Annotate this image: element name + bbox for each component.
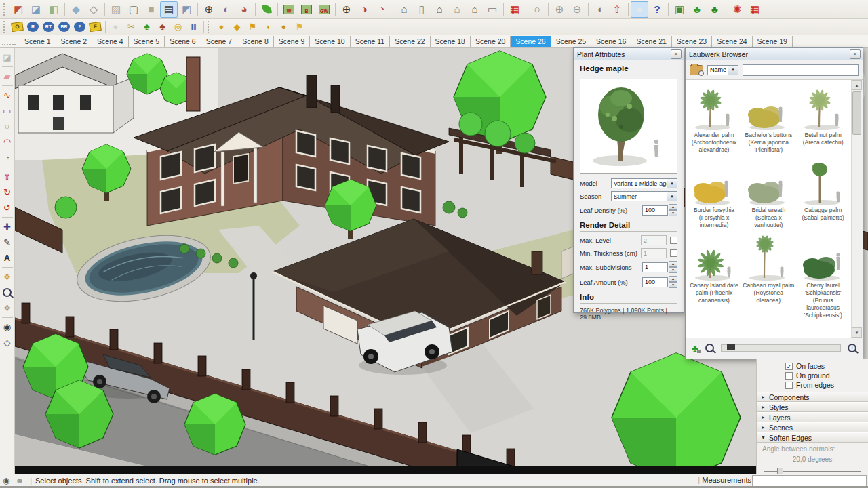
scrollbar-thumb[interactable]	[852, 92, 861, 135]
tray-checkbox-from-edges[interactable]: From edges	[757, 380, 868, 390]
laubwerk-leaf-icon[interactable]	[258, 1, 275, 18]
target-gold-icon[interactable]: ◎	[170, 20, 186, 35]
tray-section-scenes[interactable]: ►Scenes	[757, 422, 868, 432]
house-front-icon[interactable]: ⌂	[431, 1, 448, 18]
plant-item[interactable]: Bachelor's buttons (Kerria japonica 'Ple…	[742, 83, 795, 154]
tree-list-icon[interactable]: ♣	[688, 1, 706, 18]
min-thickness-field[interactable]: 1	[641, 248, 667, 258]
scene-tab-scene-10[interactable]: Scene 10	[310, 36, 350, 47]
house-flat-icon[interactable]: ▭	[484, 1, 501, 18]
slider-thumb[interactable]	[727, 344, 735, 350]
plant-item[interactable]: Cabagge palm (Sabal palmetto)	[797, 158, 850, 229]
scene-tab-scene-25[interactable]: Scene 25	[551, 36, 591, 47]
sand-ball2-icon[interactable]: ●	[276, 20, 292, 35]
sand-ball-icon[interactable]: ●	[214, 20, 229, 35]
freehand-icon[interactable]: ∿	[0, 87, 15, 103]
scene-tab-scene-6[interactable]: Scene 6	[165, 36, 201, 47]
plant-item[interactable]: Betel nut palm (Areca catechu)	[797, 83, 850, 154]
add-plant-icon[interactable]: ♣	[692, 343, 698, 353]
circle-icon[interactable]: ○	[0, 119, 15, 134]
shadow-time-icon[interactable]: ◔	[373, 1, 391, 18]
scene-tab-scene-19[interactable]: Scene 19	[753, 36, 793, 47]
tray-section-styles[interactable]: ►Styles	[757, 402, 868, 412]
plant-item[interactable]: Border forsythia (Forsythia x intermedia…	[688, 158, 741, 229]
skatter-window-icon[interactable]: ▣	[671, 1, 688, 18]
pan-gray-icon[interactable]: ❖	[0, 300, 15, 316]
view-cube-blue-icon[interactable]: ◪	[27, 1, 45, 18]
sand-dome-icon[interactable]: ◖	[260, 20, 276, 35]
label-icon[interactable]: ✎	[0, 235, 15, 250]
max-level-field[interactable]: 2	[641, 235, 667, 245]
look-around-icon[interactable]: ◉	[0, 319, 15, 335]
scene-tab-scene-8[interactable]: Scene 8	[237, 36, 274, 47]
scene-tab-scene-21[interactable]: Scene 21	[631, 36, 671, 47]
leaf-amount-stepper[interactable]: ▲▼	[669, 276, 677, 288]
style-xray-icon[interactable]: ▨	[107, 1, 125, 18]
plant-item[interactable]: Alexander palm (Archontophoenix alexandr…	[688, 83, 741, 154]
tray-checkbox-on-faces[interactable]: ✓On faces	[757, 361, 868, 371]
soap-sub-icon[interactable]: ⊖	[568, 1, 586, 18]
house-outline-icon[interactable]: ⌂	[466, 1, 484, 18]
style-monochrome-icon[interactable]: ▤	[160, 1, 178, 18]
scene-tab-scene-7[interactable]: Scene 7	[201, 36, 238, 47]
tag-o-icon[interactable]: O	[9, 20, 25, 35]
tray-section-layers[interactable]: ►Layers	[757, 412, 868, 422]
scroll-down-icon[interactable]: ▼	[852, 327, 862, 338]
3d-text-icon[interactable]: A	[0, 250, 15, 266]
max-subdivisions-stepper[interactable]: ▲▼	[669, 261, 677, 273]
rectangle-icon[interactable]: ▭	[0, 103, 15, 119]
scene-tab-scene-9[interactable]: Scene 9	[274, 36, 311, 47]
scene-tab-scene-11[interactable]: Scene 11	[351, 36, 391, 47]
scene-tab-scene-1[interactable]: Scene 1	[20, 36, 56, 47]
render-rt-icon[interactable]: RT	[41, 20, 56, 35]
sand-cone-icon[interactable]: ⚑	[292, 20, 307, 35]
season-dropdown[interactable]: Summer ▼	[611, 191, 677, 201]
view-cube-green-icon[interactable]: ◧	[45, 1, 62, 18]
min-thickness-checkbox[interactable]	[670, 249, 677, 257]
round-help-icon[interactable]: ?	[648, 1, 666, 18]
scissors-icon[interactable]: ✂	[123, 20, 139, 35]
house-roof-icon[interactable]: ⌂	[448, 1, 466, 18]
close-icon[interactable]: ✕	[850, 49, 861, 59]
plant-kit-w-icon[interactable]: W	[280, 1, 298, 18]
round-sphere-icon[interactable]: ●	[631, 1, 648, 18]
plant-item[interactable]: Caribean royal palm (Roystonea oleracea)	[742, 233, 795, 319]
tree[interactable]	[55, 197, 77, 218]
select-cube-icon[interactable]: ◪	[0, 49, 15, 65]
zoom-out-icon[interactable]: −	[705, 344, 714, 352]
render-br-icon[interactable]: BR	[56, 20, 72, 35]
library-folder-icon[interactable]	[690, 65, 703, 75]
arc-icon[interactable]: ◠	[0, 134, 15, 150]
search-input[interactable]	[743, 64, 859, 76]
scene-tab-scene-4[interactable]: Scene 4	[92, 36, 129, 47]
scroll-up-icon[interactable]: ▲	[852, 80, 862, 90]
view-cube-red-icon[interactable]: ◩	[9, 1, 27, 18]
plant-attributes-titlebar[interactable]: Plant Attributes ✕	[574, 48, 684, 60]
plant-kit-b-icon[interactable]: B	[298, 1, 315, 18]
sand-drop-icon[interactable]: ◆	[229, 20, 245, 35]
scene-tab-scene-20[interactable]: Scene 20	[471, 36, 511, 47]
section-fill-icon[interactable]: ◕	[235, 1, 253, 18]
style-shaded-cube-icon[interactable]: ◆	[67, 1, 85, 18]
angle-slider[interactable]	[764, 467, 861, 474]
zoom-icon[interactable]	[0, 285, 15, 300]
scene-tab-scene-18[interactable]: Scene 18	[431, 36, 471, 47]
scene-tab-scene-16[interactable]: Scene 16	[591, 36, 631, 47]
soap-add-icon[interactable]: ⊕	[551, 1, 568, 18]
tray-section-components[interactable]: ►Components	[757, 392, 868, 402]
shell-tool-icon[interactable]: ◖	[591, 1, 608, 18]
tree-red-icon[interactable]: ♣	[155, 20, 170, 35]
pie-icon[interactable]: ◔	[0, 150, 15, 165]
max-subdivisions-field[interactable]: 1	[642, 262, 668, 272]
followme-icon[interactable]: ↻	[0, 184, 15, 200]
thumbnail-size-slider[interactable]	[721, 344, 841, 352]
plant-kit-gw-icon[interactable]: GW	[315, 1, 333, 18]
leaf-density-field[interactable]: 100	[642, 205, 668, 216]
tray-section-soften-edges[interactable]: ▼ Soften Edges	[757, 432, 868, 443]
zoom-in-icon[interactable]: +	[848, 344, 856, 352]
user-icon[interactable]: ☻	[15, 476, 24, 485]
scene-tab-scene-22[interactable]: Scene 22	[390, 36, 430, 47]
rotate-icon[interactable]: ↺	[0, 200, 15, 216]
model-dropdown[interactable]: Variant 1 Middle-aged ▼	[611, 178, 677, 188]
scrollbar[interactable]: ▲ ▼	[851, 80, 862, 338]
